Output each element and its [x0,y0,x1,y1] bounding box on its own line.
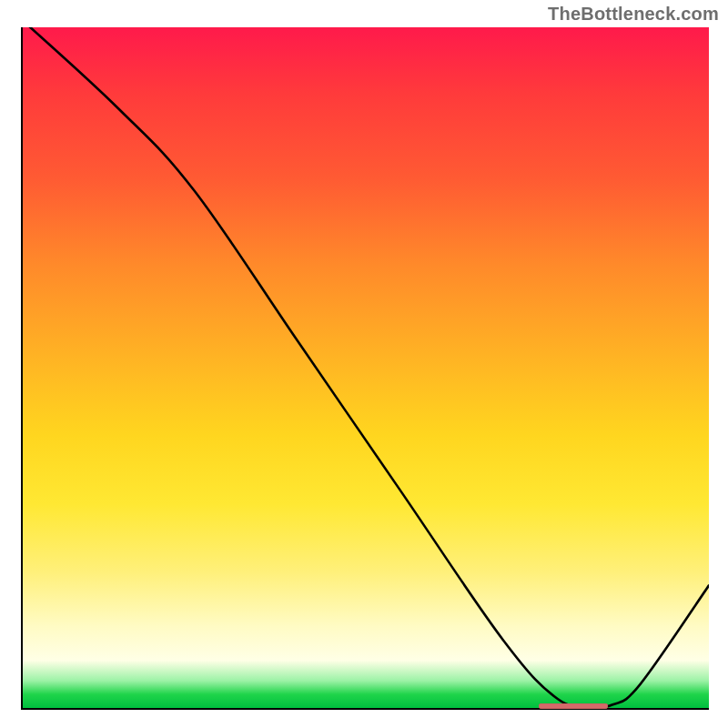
chart-plot-area [21,27,709,710]
optimal-range-marker [539,703,608,709]
bottleneck-curve [23,27,709,708]
watermark-text: TheBottleneck.com [548,4,719,25]
